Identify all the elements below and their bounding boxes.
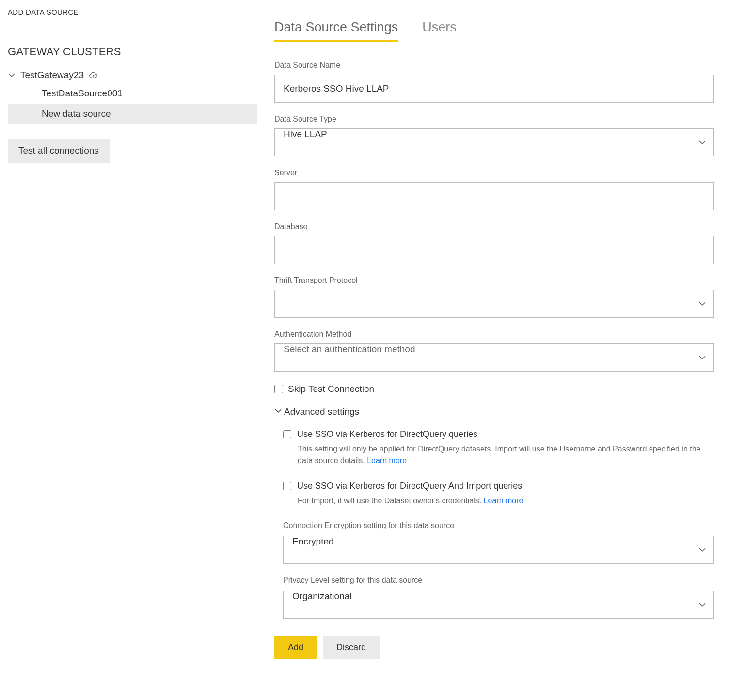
server-input[interactable] — [274, 182, 714, 210]
auth-method-value: Select an authentication method — [284, 344, 415, 354]
encryption-label: Connection Encryption setting for this d… — [283, 521, 714, 530]
sso-kerberos-directquery-import-checkbox[interactable] — [283, 482, 291, 490]
advanced-settings-toggle[interactable]: Advanced settings — [274, 406, 714, 417]
sso-directquery-import-desc-text: For Import, it will use the Dataset owne… — [298, 497, 481, 505]
skip-test-label[interactable]: Skip Test Connection — [288, 384, 374, 394]
sso-kerberos-directquery-checkbox[interactable] — [283, 430, 291, 438]
main-content: Data Source Settings Users Data Source N… — [257, 0, 729, 700]
test-all-connections-button[interactable]: Test all connections — [8, 139, 110, 163]
privacy-select[interactable]: Organizational — [283, 591, 714, 619]
data-source-type-select[interactable]: Hive LLAP — [274, 128, 714, 156]
database-label: Database — [274, 222, 714, 231]
privacy-value: Organizational — [292, 591, 352, 601]
encryption-value: Encrypted — [292, 536, 334, 546]
encryption-select[interactable]: Encrypted — [283, 536, 714, 564]
sidebar: ADD DATA SOURCE GATEWAY CLUSTERS TestGat… — [0, 0, 257, 700]
discard-button[interactable]: Discard — [323, 636, 380, 659]
sso-directquery-description: This setting will only be applied for Di… — [298, 443, 714, 467]
data-source-type-value: Hive LLAP — [284, 129, 327, 139]
sso-kerberos-directquery-import-label[interactable]: Use SSO via Kerberos for DirectQuery And… — [297, 481, 522, 491]
gateway-name: TestGateway23 — [20, 70, 84, 80]
auth-method-label: Authentication Method — [274, 330, 714, 339]
data-source-name-label: Data Source Name — [274, 61, 714, 70]
chevron-down-icon — [274, 406, 282, 417]
gateway-tree: TestGateway23 TestDataSource001 New data… — [8, 67, 257, 124]
gateway-cluster-item[interactable]: TestGateway23 — [8, 67, 257, 83]
tab-users[interactable]: Users — [422, 20, 457, 42]
data-source-name-input[interactable] — [274, 75, 714, 103]
advanced-settings-content: Use SSO via Kerberos for DirectQuery que… — [274, 429, 714, 619]
data-source-type-label: Data Source Type — [274, 115, 714, 124]
sso-directquery-import-learn-more-link[interactable]: Learn more — [484, 497, 523, 505]
server-label: Server — [274, 169, 714, 177]
sidebar-item-datasource[interactable]: TestDataSource001 — [8, 83, 257, 104]
auth-method-select[interactable]: Select an authentication method — [274, 343, 714, 372]
cloud-sync-icon — [89, 71, 98, 79]
sidebar-title: ADD DATA SOURCE — [8, 8, 231, 21]
tabs: Data Source Settings Users — [274, 20, 714, 42]
database-input[interactable] — [274, 236, 714, 264]
sso-directquery-learn-more-link[interactable]: Learn more — [367, 456, 407, 465]
sso-kerberos-directquery-label[interactable]: Use SSO via Kerberos for DirectQuery que… — [297, 429, 477, 439]
sidebar-item-new-datasource[interactable]: New data source — [8, 104, 257, 124]
advanced-settings-label: Advanced settings — [284, 406, 359, 417]
thrift-protocol-select[interactable] — [274, 290, 714, 318]
thrift-protocol-label: Thrift Transport Protocol — [274, 276, 714, 285]
sso-directquery-import-description: For Import, it will use the Dataset owne… — [298, 495, 714, 507]
gateway-clusters-heading: GATEWAY CLUSTERS — [8, 46, 257, 58]
chevron-down-icon — [8, 71, 16, 79]
sso-directquery-desc-text: This setting will only be applied for Di… — [298, 445, 701, 465]
add-button[interactable]: Add — [274, 636, 317, 659]
skip-test-checkbox[interactable] — [274, 385, 283, 393]
tab-data-source-settings[interactable]: Data Source Settings — [274, 20, 398, 42]
privacy-label: Privacy Level setting for this data sour… — [283, 576, 714, 585]
action-buttons: Add Discard — [274, 636, 714, 659]
